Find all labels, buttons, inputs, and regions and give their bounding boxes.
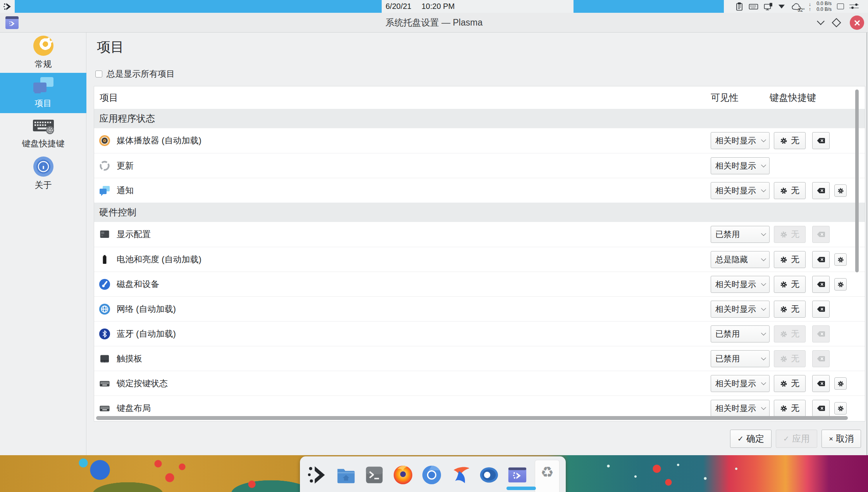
apply-button: ✓应用	[776, 430, 817, 448]
shortcut-button[interactable]: 无	[774, 132, 806, 149]
expand-tray-caret-icon[interactable]	[778, 5, 785, 9]
weather-widget-icon[interactable]: 32°	[790, 2, 803, 12]
gear-icon	[780, 306, 787, 313]
horizontal-scrollbar[interactable]	[96, 416, 848, 420]
checkbox[interactable]	[95, 71, 102, 77]
table-row: 通知 相关时显示 无	[94, 178, 865, 203]
check-icon: ✓	[737, 435, 744, 442]
close-button[interactable]	[850, 15, 864, 30]
settings-sliders-icon[interactable]	[849, 3, 859, 10]
visibility-dropdown[interactable]: 总是隐藏	[711, 251, 770, 268]
visibility-dropdown[interactable]: 相关时显示	[711, 276, 770, 293]
configure-button[interactable]	[834, 278, 847, 291]
application-launcher-panel-button[interactable]	[0, 0, 15, 13]
visibility-dropdown[interactable]: 相关时显示	[711, 400, 770, 417]
entry-label: 键盘布局	[117, 403, 151, 414]
entry-label: 显示配置	[117, 229, 151, 240]
clear-shortcut-button[interactable]	[812, 132, 830, 149]
window-app-icon	[5, 16, 19, 29]
upload-speed-text: 0.0 B/s	[816, 7, 832, 12]
clear-shortcut-button[interactable]	[812, 276, 830, 293]
configure-button[interactable]	[834, 377, 847, 390]
gear-icon	[780, 330, 787, 338]
battery-icon	[99, 254, 110, 265]
sidebar-item-keyboard-shortcuts[interactable]: 键盘快捷键	[0, 113, 86, 153]
backspace-icon	[816, 281, 826, 288]
clipboard-icon[interactable]	[735, 2, 743, 11]
table-row: 蓝牙 (自动加载) 已禁用 无	[94, 321, 865, 346]
entry-label: 媒体播放器 (自动加载)	[117, 135, 202, 146]
visibility-dropdown[interactable]: 已禁用	[711, 350, 770, 367]
app-launcher-icon[interactable]	[306, 464, 329, 486]
sidebar-item-about[interactable]: 关于	[0, 153, 86, 194]
always-show-checkbox-row[interactable]: 总是显示所有项目	[95, 68, 175, 80]
download-speed-text: 0.0 B/s	[816, 1, 832, 7]
clear-shortcut-button[interactable]	[812, 375, 830, 392]
display-network-icon[interactable]	[764, 2, 773, 11]
window-placeholder-icon[interactable]	[837, 3, 844, 9]
shortcut-button[interactable]: 无	[774, 375, 806, 392]
chevron-down-icon	[761, 281, 766, 286]
visibility-dropdown[interactable]: 相关时显示	[711, 182, 770, 199]
shortcut-button[interactable]: 无	[774, 301, 806, 318]
minimize-button[interactable]	[817, 19, 825, 27]
ok-button[interactable]: ✓确定	[730, 430, 772, 448]
visibility-dropdown[interactable]: 已禁用	[711, 325, 770, 342]
keyboard-indicator-icon[interactable]	[749, 3, 758, 10]
gear-icon	[780, 405, 787, 412]
visibility-dropdown[interactable]: 已禁用	[711, 226, 770, 243]
shortcut-button: 无	[774, 226, 806, 243]
network-speed-widget[interactable]: 0.0 B/s 0.0 B/s	[816, 1, 832, 12]
falkon-icon[interactable]	[449, 464, 472, 486]
keyboard-shortcuts-icon	[32, 117, 55, 135]
shortcut-button[interactable]: 无	[774, 400, 806, 417]
clear-shortcut-button	[812, 350, 830, 367]
system-tray-settings-window-icon[interactable]	[506, 464, 529, 486]
gear-icon	[780, 355, 787, 363]
shortcut-button[interactable]: 无	[774, 276, 806, 293]
page-title: 项目	[97, 38, 124, 56]
title-bar[interactable]: 系统托盘设置 — Plasma	[0, 13, 868, 33]
clear-shortcut-button[interactable]	[812, 400, 830, 417]
backspace-icon	[816, 330, 826, 337]
entry-label: 更新	[117, 160, 134, 172]
configure-button[interactable]	[834, 402, 847, 415]
media-player-app-icon[interactable]	[478, 464, 500, 486]
vertical-scrollbar[interactable]	[855, 89, 859, 272]
shortcut-button[interactable]: 无	[774, 251, 806, 268]
section-header: 应用程序状态	[94, 109, 865, 128]
gear-icon	[780, 256, 787, 263]
chromium-icon[interactable]	[420, 464, 443, 486]
configure-button[interactable]	[834, 184, 847, 197]
shortcut-button: 无	[774, 350, 806, 367]
gear-icon	[780, 187, 787, 194]
maximize-button[interactable]	[832, 18, 841, 27]
firefox-icon[interactable]	[392, 464, 414, 486]
clear-shortcut-button	[812, 325, 830, 342]
clear-shortcut-button[interactable]	[812, 182, 830, 199]
chevron-down-icon	[761, 405, 766, 410]
clear-shortcut-button[interactable]	[812, 301, 830, 318]
general-icon	[33, 36, 53, 56]
chevron-down-icon	[817, 17, 825, 25]
visibility-dropdown[interactable]: 相关时显示	[711, 132, 770, 149]
shortcut-button[interactable]: 无	[774, 182, 806, 199]
terminal-icon[interactable]	[363, 464, 386, 486]
visibility-dropdown[interactable]: 相关时显示	[711, 375, 770, 392]
network-arrows-icon[interactable]: ↓ ↑	[809, 2, 811, 12]
trash-icon[interactable]: ♻	[535, 460, 560, 492]
sidebar-item-general[interactable]: 常规	[0, 33, 86, 73]
file-manager-icon[interactable]	[335, 464, 357, 486]
visibility-dropdown[interactable]: 相关时显示	[711, 301, 770, 318]
table-header: 项目 可见性 键盘快捷键	[94, 86, 865, 109]
cancel-button[interactable]: ×取消	[822, 430, 861, 448]
gear-icon	[837, 380, 844, 387]
configure-button[interactable]	[834, 253, 847, 266]
dock: ♻	[300, 456, 566, 492]
chevron-down-icon	[761, 306, 766, 311]
sidebar-item-entries[interactable]: 项目	[0, 73, 86, 113]
clear-shortcut-button[interactable]	[812, 251, 830, 268]
digital-clock[interactable]: 6/20/21 10:20 PM	[382, 0, 574, 13]
entry-label: 磁盘和设备	[117, 279, 159, 290]
visibility-dropdown[interactable]: 相关时显示	[711, 157, 770, 174]
